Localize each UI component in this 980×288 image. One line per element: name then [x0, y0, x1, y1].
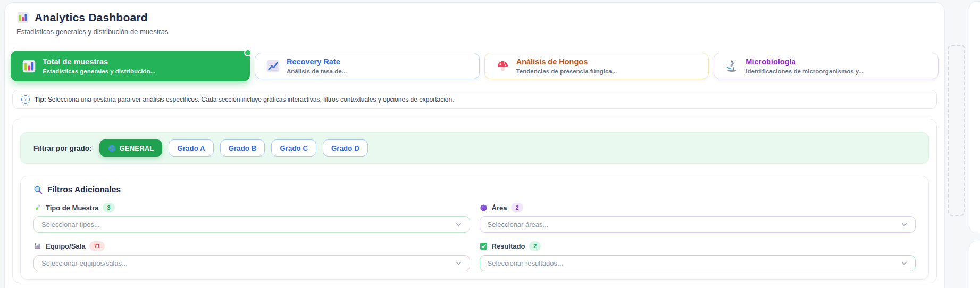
tab-description: Identificaciones de microorganismos y... — [746, 68, 864, 75]
content-card: Filtrar por grado: GENERAL Grado A Grado… — [12, 119, 937, 283]
field-label: Equipo/Sala — [46, 242, 85, 250]
select-placeholder: Seleccionar tipos... — [41, 220, 100, 228]
test-tube-icon — [33, 204, 41, 212]
grade-button-label: GENERAL — [120, 144, 154, 152]
tab-label: Recovery Rate — [287, 57, 347, 67]
tab-total-de-muestras[interactable]: Total de muestras Estadísticas generales… — [11, 51, 250, 81]
grade-button-label: Grado B — [229, 144, 257, 152]
grade-filter-label: Filtrar por grado: — [33, 144, 92, 152]
field-resultado: Resultado 2 Seleccionar resultados... — [480, 241, 916, 271]
grade-filter-bar: Filtrar por grado: GENERAL Grado A Grado… — [20, 132, 929, 164]
field-label: Tipo de Muestra — [46, 204, 98, 212]
line-chart-icon — [266, 59, 280, 73]
select-area[interactable]: Seleccionar áreas... — [480, 216, 916, 233]
select-resultado[interactable]: Seleccionar resultados... — [480, 255, 916, 271]
tab-label: Microbiología — [746, 57, 864, 67]
microscope-icon — [725, 59, 739, 73]
mushroom-icon — [496, 59, 510, 73]
filters-grid: Tipo de Muestra 3 Seleccionar tipos... — [33, 203, 916, 271]
page-subtitle: Estadísticas generales y distribución de… — [16, 28, 944, 36]
tip-bar: i Tip:Selecciona una pestaña para ver an… — [12, 90, 937, 109]
select-placeholder: Seleccionar equipos/salas... — [41, 259, 128, 267]
tip-label: Tip: — [35, 96, 46, 103]
count-badge: 2 — [511, 203, 523, 212]
field-area: Área 2 Seleccionar áreas... — [480, 203, 916, 233]
field-label: Área — [492, 204, 507, 212]
additional-filters-title: Filtros Adicionales — [47, 185, 121, 194]
count-badge: 3 — [103, 203, 114, 212]
tab-label: Total de muestras — [43, 57, 155, 67]
tab-description: Tendencias de presencia fúngica... — [516, 68, 617, 75]
page-header: Analytics Dashboard Estadísticas general… — [5, 3, 944, 36]
tab-description: Análisis de tasa de... — [287, 68, 347, 75]
grade-button-c[interactable]: Grado C — [271, 139, 316, 157]
field-label: Resultado — [492, 242, 525, 250]
main-panel: Analytics Dashboard Estadísticas general… — [4, 2, 945, 288]
select-tipo-de-muestra[interactable]: Seleccionar tipos... — [33, 216, 470, 233]
grade-button-a[interactable]: Grado A — [169, 139, 213, 157]
count-badge: 71 — [89, 241, 104, 251]
grade-button-label: Grado C — [280, 144, 308, 152]
grade-button-label: Grado A — [177, 144, 205, 152]
count-badge: 2 — [529, 241, 541, 251]
chevron-down-icon — [901, 260, 908, 267]
grade-button-general[interactable]: GENERAL — [99, 139, 163, 157]
page-title: Analytics Dashboard — [35, 11, 148, 24]
tab-microbiologia[interactable]: Microbiología Identificaciones de microo… — [714, 53, 939, 79]
select-placeholder: Seleccionar áreas... — [488, 220, 549, 228]
tab-label: Análisis de Hongos — [516, 57, 617, 67]
tip-text: Tip:Selecciona una pestaña para ver anál… — [35, 96, 454, 103]
active-tab-dot — [244, 49, 252, 56]
factory-icon — [33, 242, 41, 250]
field-equipo-sala: Equipo/Sala 71 Seleccionar equipos/salas… — [33, 241, 470, 271]
grade-button-label: Grado D — [331, 144, 359, 152]
tab-bar: Total de muestras Estadísticas generales… — [5, 51, 944, 81]
tab-analisis-de-hongos[interactable]: Análisis de Hongos Tendencias de presenc… — [484, 53, 709, 79]
select-equipo-sala[interactable]: Seleccionar equipos/salas... — [33, 255, 470, 271]
chevron-down-icon — [901, 221, 908, 228]
right-peek-card-bottom — [969, 241, 980, 288]
tab-recovery-rate[interactable]: Recovery Rate Análisis de tasa de... — [255, 53, 480, 79]
purple-circle-icon — [480, 204, 488, 212]
check-icon — [480, 242, 488, 250]
field-tipo-de-muestra: Tipo de Muestra 3 Seleccionar tipos... — [33, 203, 470, 233]
magnifier-icon — [33, 185, 43, 194]
chevron-down-icon — [455, 221, 462, 228]
chevron-down-icon — [455, 260, 462, 267]
additional-filters-card: Filtros Adicionales — [20, 176, 929, 280]
tab-description: Estadísticas generales y distribución... — [43, 68, 155, 75]
grade-button-d[interactable]: Grado D — [323, 139, 368, 157]
bar-chart-icon — [16, 11, 29, 24]
right-peek-card-top — [969, 1, 980, 233]
globe-icon — [108, 144, 116, 152]
bar-chart-icon — [22, 59, 36, 73]
info-icon: i — [21, 95, 30, 104]
grade-button-b[interactable]: Grado B — [220, 139, 265, 157]
dashed-drop-panel — [948, 45, 965, 216]
select-placeholder: Seleccionar resultados... — [488, 259, 563, 267]
dashboard-screen: Analytics Dashboard Estadísticas general… — [0, 0, 980, 288]
